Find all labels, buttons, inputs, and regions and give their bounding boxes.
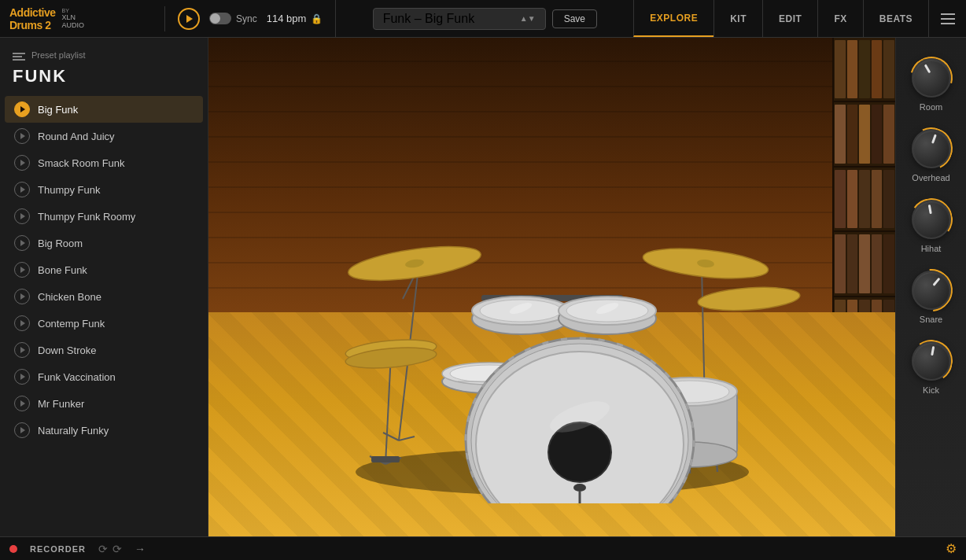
- overhead-knob[interactable]: [912, 129, 951, 168]
- overhead-knob-body: [912, 129, 951, 168]
- sync-toggle-thumb: [210, 13, 220, 24]
- svg-point-16: [697, 284, 801, 313]
- room-knob-body: [912, 58, 951, 98]
- drum-kit-area: [208, 38, 895, 536]
- brand-logo-area: Addictive Drums 2 BY XLN AUDIO: [0, 6, 165, 31]
- playlist-item-play-button[interactable]: [14, 182, 30, 197]
- playlist-item-play-button[interactable]: [14, 155, 30, 171]
- playlist-item[interactable]: Thumpy Funk Roomy: [5, 203, 203, 230]
- svg-line-8: [385, 354, 391, 464]
- playlist-item[interactable]: Bone Funk: [5, 256, 203, 283]
- top-navigation: Addictive Drums 2 BY XLN AUDIO Sync 114 …: [0, 0, 966, 38]
- snare-knob[interactable]: [912, 271, 951, 310]
- preset-selector[interactable]: Funk – Big Funk ▲▼: [373, 8, 546, 30]
- book: [859, 170, 870, 228]
- settings-icon[interactable]: ⚙: [946, 542, 957, 555]
- book: [835, 234, 846, 293]
- playlist-item-name: Bone Funk: [38, 264, 87, 276]
- svg-line-3: [383, 433, 399, 440]
- playlist-item-play-button[interactable]: [14, 208, 30, 224]
- hamburger-menu-button[interactable]: [928, 0, 966, 37]
- book: [835, 170, 846, 228]
- mixer-panel: RoomOverheadHihatSnareKick: [895, 38, 966, 536]
- play-triangle-icon: [20, 240, 25, 246]
- brand-name-part1: Addictive: [9, 6, 56, 19]
- bpm-display[interactable]: 114 bpm 🔒: [267, 13, 323, 24]
- book: [872, 40, 883, 98]
- playlist-item-play-button[interactable]: [14, 315, 30, 331]
- hihat-knob-label: Hihat: [921, 244, 942, 253]
- playlist-item[interactable]: Contemp Funk: [5, 310, 203, 337]
- playlist-item[interactable]: Down Stroke: [5, 337, 203, 363]
- bookshelf-row: [834, 102, 895, 167]
- book: [847, 234, 858, 293]
- playlist-item-play-button[interactable]: [14, 262, 30, 278]
- svg-rect-11: [371, 456, 400, 462]
- play-triangle-icon: [20, 133, 25, 139]
- tab-explore[interactable]: EXPLORE: [633, 0, 713, 37]
- hihat-knob-ring: [906, 195, 956, 245]
- preset-playlist-sidebar: Preset playlist FUNK Big FunkRound And J…: [0, 38, 208, 536]
- tab-kit[interactable]: KIT: [713, 0, 762, 37]
- book: [847, 170, 858, 228]
- playlist-item-play-button[interactable]: [14, 289, 30, 304]
- book: [872, 234, 883, 293]
- play-triangle-icon: [20, 106, 25, 112]
- playlist-item[interactable]: Naturally Funky: [5, 417, 203, 444]
- playlist-item-name: Chicken Bone: [38, 291, 101, 303]
- hihat-knob[interactable]: [912, 200, 951, 239]
- bpm-value: 114 bpm: [267, 13, 307, 24]
- recorder-status-dot: [9, 545, 17, 553]
- save-button[interactable]: Save: [552, 9, 597, 28]
- arrow-icon[interactable]: →: [135, 543, 146, 555]
- playlist-item-play-button[interactable]: [14, 342, 30, 358]
- kick-knob[interactable]: [912, 341, 951, 381]
- preset-arrows-icon: ▲▼: [520, 14, 536, 23]
- room-knob-ring: [902, 49, 960, 107]
- preset-area: Funk – Big Funk ▲▼ Save: [336, 8, 633, 30]
- playlist-item[interactable]: Smack Room Funk: [5, 149, 203, 176]
- playlist-item[interactable]: Big Room: [5, 230, 203, 256]
- room-knob[interactable]: [912, 58, 951, 98]
- book: [883, 105, 894, 163]
- play-triangle-icon: [20, 320, 25, 326]
- playlist-item[interactable]: Round And Juicy: [5, 123, 203, 149]
- bookshelf-row: [834, 38, 895, 102]
- playlist-item-play-button[interactable]: [14, 369, 30, 385]
- transport-controls: Sync 114 bpm 🔒: [165, 0, 336, 37]
- playlist-item[interactable]: Chicken Bone: [5, 283, 203, 310]
- playlist-item-play-button[interactable]: [14, 128, 30, 144]
- tab-beats[interactable]: BEATS: [863, 0, 928, 37]
- brand-name-part2: Drums 2: [9, 19, 51, 31]
- playlist-item-play-button[interactable]: [14, 101, 30, 117]
- playlist-item-play-button[interactable]: [14, 422, 30, 438]
- hamburger-line: [941, 23, 955, 24]
- playlist-item-name: Big Room: [38, 238, 83, 249]
- playlist-item[interactable]: Mr Funker: [5, 390, 203, 417]
- mixer-knob-group-snare: Snare: [896, 266, 966, 329]
- mixer-knob-group-overhead: Overhead: [896, 124, 966, 187]
- play-button[interactable]: [178, 8, 200, 30]
- playlist-item[interactable]: Funk Vaccination: [5, 363, 203, 390]
- play-triangle-icon: [20, 213, 25, 219]
- playlist-item-name: Funk Vaccination: [38, 371, 116, 383]
- hamburger-line: [941, 13, 955, 15]
- playlist-item-play-button[interactable]: [14, 235, 30, 251]
- mixer-knob-group-room: Room: [896, 53, 966, 116]
- playlist-item[interactable]: Big Funk: [5, 96, 203, 123]
- playlist-item-play-button[interactable]: [14, 396, 30, 411]
- sync-toggle-track[interactable]: [209, 13, 231, 24]
- sync-toggle[interactable]: Sync: [209, 13, 257, 24]
- book: [847, 105, 858, 163]
- play-triangle-icon: [20, 160, 25, 166]
- book: [859, 234, 870, 293]
- playlist-item-name: Contemp Funk: [38, 318, 105, 330]
- sidebar-header-label: Preset playlist: [31, 50, 85, 60]
- tab-edit[interactable]: EDIT: [762, 0, 817, 37]
- kick-knob-body: [912, 341, 951, 381]
- mixer-knob-group-hihat: Hihat: [896, 195, 966, 258]
- book: [883, 170, 894, 228]
- playlist-item[interactable]: Thumpy Funk: [5, 176, 203, 203]
- tab-fx[interactable]: FX: [817, 0, 862, 37]
- play-triangle-icon: [20, 400, 25, 407]
